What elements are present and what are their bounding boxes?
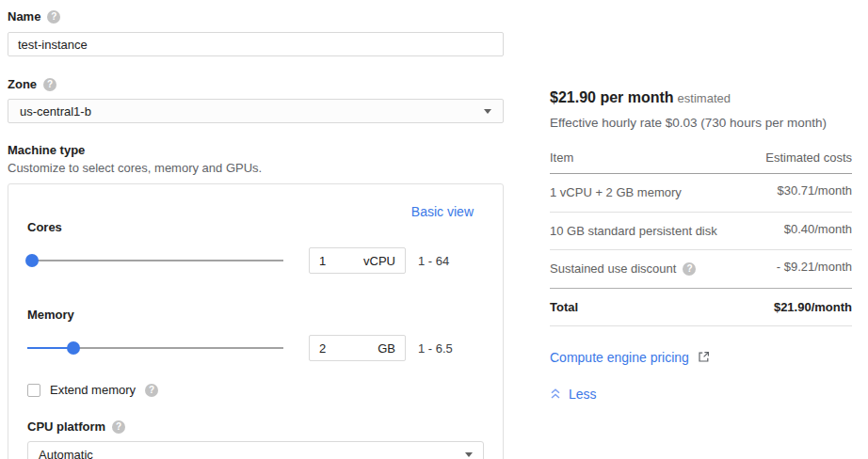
cost-table: Item Estimated costs 1 vCPU + 2 GB memor…	[550, 150, 852, 326]
cost-estimate-panel: $21.90 per monthestimated Effective hour…	[550, 89, 852, 402]
row-cost: $0.40/month	[784, 222, 852, 236]
machine-type-description: Customize to select cores, memory and GP…	[8, 161, 504, 175]
extend-memory-checkbox[interactable]	[27, 384, 40, 397]
total-row: Total $21.90/month	[550, 289, 852, 326]
total-label: Total	[550, 300, 578, 314]
memory-value-box[interactable]: 2 GB	[309, 335, 406, 361]
hourly-rate: Effective hourly rate $0.03 (730 hours p…	[550, 116, 852, 130]
monthly-price: $21.90 per monthestimated	[550, 89, 852, 106]
table-row: 10 GB standard persistent disk $0.40/mon…	[550, 213, 852, 251]
name-input[interactable]	[8, 32, 504, 56]
cost-table-header: Item Estimated costs	[550, 150, 852, 174]
zone-select[interactable]: us-central1-b	[8, 99, 504, 123]
monthly-price-value: $21.90 per month	[550, 89, 674, 105]
cores-label: Cores	[27, 220, 484, 234]
cores-value-box[interactable]: 1 vCPU	[309, 247, 406, 274]
memory-value[interactable]: 2	[319, 341, 326, 356]
cpu-platform-help-icon[interactable]: ?	[112, 420, 125, 434]
memory-label: Memory	[27, 308, 484, 322]
machine-type-title: Machine type	[8, 143, 504, 157]
item-header: Item	[550, 150, 573, 165]
zone-help-icon[interactable]: ?	[43, 78, 56, 91]
collapse-details-toggle[interactable]: Less	[550, 387, 852, 402]
cost-header: Estimated costs	[765, 150, 852, 165]
memory-range: 1 - 6.5	[418, 341, 453, 356]
total-cost: $21.90/month	[774, 300, 852, 314]
table-row: Sustained use discount ? - $9.21/month	[550, 250, 852, 289]
name-label: Name	[8, 9, 40, 24]
collapse-up-icon	[550, 388, 561, 400]
row-cost: $30.71/month	[777, 183, 852, 198]
row-item: 1 vCPU + 2 GB memory	[550, 183, 682, 202]
cores-value[interactable]: 1	[319, 254, 326, 268]
cores-slider-row: 1 vCPU 1 - 64	[27, 247, 484, 274]
basic-view-link[interactable]: Basic view	[411, 204, 474, 219]
zone-label: Zone	[8, 77, 37, 91]
memory-slider-row: 2 GB 1 - 6.5	[27, 335, 484, 361]
cpu-platform-label: CPU platform	[27, 419, 105, 434]
memory-slider-thumb[interactable]	[67, 341, 80, 355]
instance-form: Name ? Zone ? us-central1-b Machine type…	[8, 9, 504, 459]
sustained-discount-help-icon[interactable]: ?	[683, 262, 696, 276]
extend-memory-label: Extend memory	[50, 383, 136, 397]
cores-slider[interactable]	[27, 254, 283, 267]
cores-slider-track[interactable]	[27, 260, 283, 261]
zone-selected-value: us-central1-b	[20, 104, 91, 119]
machine-type-panel: Basic view Cores 1 vCPU 1 - 64 Memory 2	[8, 183, 504, 459]
row-cost: - $9.21/month	[777, 260, 852, 274]
memory-unit: GB	[378, 341, 395, 356]
pricing-link-label[interactable]: Compute engine pricing	[550, 350, 689, 365]
row-item: Sustained use discount	[550, 260, 676, 278]
compute-engine-pricing-link[interactable]: Compute engine pricing	[550, 350, 852, 365]
price-qualifier: estimated	[678, 91, 731, 105]
external-link-icon	[698, 351, 710, 363]
less-label[interactable]: Less	[569, 387, 597, 402]
cores-slider-thumb[interactable]	[25, 254, 39, 267]
memory-slider[interactable]	[27, 341, 283, 355]
cpu-platform-select[interactable]: Automatic	[27, 441, 484, 459]
cores-unit: vCPU	[363, 254, 395, 268]
extend-memory-help-icon[interactable]: ?	[145, 384, 158, 397]
cpu-platform-selected-value: Automatic	[39, 448, 93, 459]
row-item: 10 GB standard persistent disk	[550, 222, 717, 241]
chevron-down-icon	[465, 452, 473, 457]
table-row: 1 vCPU + 2 GB memory $30.71/month	[550, 174, 852, 213]
cores-range: 1 - 64	[418, 254, 449, 268]
name-help-icon[interactable]: ?	[47, 10, 60, 24]
chevron-down-icon	[484, 109, 491, 114]
